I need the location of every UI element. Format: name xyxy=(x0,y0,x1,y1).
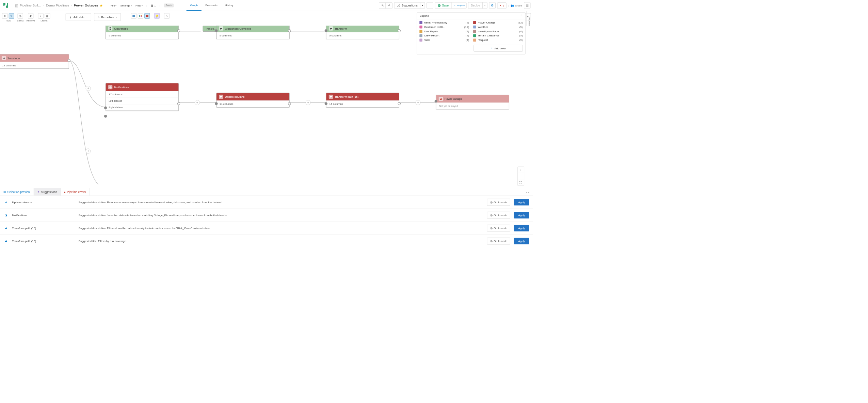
legend-item[interactable]: Line Repair(4) xyxy=(419,30,469,33)
add-data-button[interactable]: ⭳Add data▾ xyxy=(66,13,91,21)
build-count[interactable]: ▦1 xyxy=(151,4,156,7)
reusables-button[interactable]: fxReusables▾ xyxy=(94,13,121,21)
legend-item[interactable]: Task(4) xyxy=(419,38,469,42)
tab-pipeline-errors[interactable]: ●Pipeline errors xyxy=(61,188,90,196)
save-button[interactable]: Save xyxy=(435,2,451,9)
apply-button[interactable]: Apply xyxy=(514,225,529,231)
target-icon: ◎ xyxy=(490,214,493,217)
error-count[interactable]: ✕1 xyxy=(497,2,507,9)
lightbulb-icon[interactable]: 💡 xyxy=(154,13,160,19)
node-update-columns[interactable]: ⇄Update columns 14 columns xyxy=(216,93,289,108)
tool-pointer[interactable]: ↖ xyxy=(9,13,14,19)
legend-name: Terrain Clearance xyxy=(478,34,518,37)
apply-button[interactable]: Apply xyxy=(514,238,529,244)
svg-rect-1 xyxy=(132,15,135,16)
more-button[interactable]: ⋯ xyxy=(427,2,433,9)
layout-tool-2[interactable]: ▦ xyxy=(45,13,50,19)
page-title: Power Outages xyxy=(74,3,98,7)
legend-count: (5) xyxy=(519,34,523,37)
color-mode-3[interactable] xyxy=(144,13,150,19)
node-subtitle: 17 columns xyxy=(106,91,179,98)
crumb-folder[interactable]: Demo Pipelines xyxy=(46,3,69,7)
power-icon: ⏻ xyxy=(439,97,443,101)
legend-count: (4) xyxy=(466,34,469,37)
tab-graph[interactable]: Graph xyxy=(187,0,202,11)
legend-item[interactable]: Customer Notifi…(11) xyxy=(419,25,469,28)
legend-count: (4) xyxy=(466,38,469,42)
menu-settings[interactable]: Settings xyxy=(120,4,132,7)
legend-item[interactable]: Aerial Photography(8) xyxy=(419,21,469,24)
apply-button[interactable]: Apply xyxy=(514,212,529,219)
legend-item[interactable]: Crew Report(4) xyxy=(419,34,469,37)
zoom-fit-button[interactable]: ⛶ xyxy=(518,179,524,186)
tab-selection-preview[interactable]: ▤Selection preview xyxy=(0,188,34,196)
edit-icon[interactable]: ✎ xyxy=(164,13,170,19)
add-color-button[interactable]: ＋Add color xyxy=(473,45,523,52)
select-tool[interactable]: ◎ xyxy=(18,13,23,19)
legend-item[interactable]: Terrain Clearance(5) xyxy=(473,34,523,37)
crumb-root[interactable]: Pipeline Buil… xyxy=(20,3,42,7)
suggestions-button[interactable]: ⎇Suggestions xyxy=(394,2,420,9)
propose-button[interactable]: ⎇Propose xyxy=(451,2,467,9)
legend-panel: Legend ⌃ Aerial Photography(8)Power Outa… xyxy=(417,12,525,54)
color-mode-1[interactable] xyxy=(131,13,136,19)
chevron-up-icon[interactable]: ⌃ xyxy=(520,14,523,17)
go-to-node-button[interactable]: ◎Go to node xyxy=(487,212,510,219)
collapse-panel-icon[interactable]: ⌄⌄ xyxy=(523,189,533,195)
node-clearances-complete[interactable]: ⇄Clearances Complete 5 columns xyxy=(216,26,289,39)
deploy-chevron[interactable]: ▾ xyxy=(483,2,487,9)
remove-tool[interactable]: ◐ xyxy=(28,13,33,19)
add-node-icon[interactable]: ＋ xyxy=(86,86,91,91)
node-notifications[interactable]: ◑Notifications 17 columns Left dataset R… xyxy=(106,83,179,111)
error-x-icon: ✕ xyxy=(499,4,502,7)
panel-toggle-icon[interactable]: ☰ xyxy=(524,2,530,9)
legend-name: Crew Report xyxy=(424,34,464,37)
add-node-icon[interactable]: ＋ xyxy=(195,100,200,105)
node-transform-path[interactable]: ⇄Transform path (15) 14 columns xyxy=(326,93,399,108)
menu-help[interactable]: Help xyxy=(135,4,143,7)
legend-item[interactable]: Request(9) xyxy=(473,38,523,42)
tab-history[interactable]: History xyxy=(221,0,237,11)
cube-icon: ▦ xyxy=(151,4,153,7)
share-button[interactable]: 👥Share xyxy=(511,4,523,7)
target-icon: ◎ xyxy=(490,240,493,243)
color-swatch xyxy=(419,38,422,42)
node-clearances[interactable]: ≣Clearances 5 columns xyxy=(106,26,179,39)
add-node-icon[interactable]: ＋ xyxy=(86,149,91,154)
apply-button[interactable]: Apply xyxy=(514,199,529,206)
sliders-button[interactable]: ⚙︎ xyxy=(489,2,496,9)
node-power-outage[interactable]: ⏻Power Outage Not yet deployed xyxy=(436,95,509,109)
favorite-star-icon[interactable]: ★ xyxy=(100,3,103,7)
menu-file[interactable]: File xyxy=(111,4,116,7)
zoom-out-button[interactable]: － xyxy=(518,173,524,179)
tab-proposals[interactable]: Proposals xyxy=(202,0,221,11)
tab-suggestions[interactable]: ✦Suggestions xyxy=(34,188,61,196)
legend-count: (12) xyxy=(518,21,523,24)
legend-item[interactable]: Power Outage(12) xyxy=(473,21,523,24)
suggestion-description: Suggested title: Filters by risk coverag… xyxy=(79,240,483,243)
add-node-icon[interactable]: ＋ xyxy=(416,100,421,105)
node-subtitle: 14 columns xyxy=(0,62,69,69)
redo-button[interactable] xyxy=(386,2,392,9)
transform-icon: ⇄ xyxy=(2,56,6,60)
branch-icon: ⎇ xyxy=(453,4,455,7)
node-transform-pink[interactable]: ⇄Transform 14 columns xyxy=(0,54,69,69)
legend-item[interactable]: Investigator Page(4) xyxy=(473,30,523,33)
legend-title: Legend xyxy=(420,14,429,17)
legend-item[interactable]: Weather(5) xyxy=(473,25,523,28)
tool-pan[interactable]: ✥ xyxy=(2,13,7,19)
go-to-node-button[interactable]: ◎Go to node xyxy=(487,225,510,231)
suggestions-chevron[interactable]: ▾ xyxy=(420,2,425,9)
go-to-node-button[interactable]: ◎Go to node xyxy=(487,199,510,206)
color-mode-2[interactable] xyxy=(138,13,143,19)
layout-tool-1[interactable]: ⠿ xyxy=(38,13,43,19)
zoom-in-button[interactable]: ＋ xyxy=(518,167,524,173)
add-node-icon[interactable]: ＋ xyxy=(306,100,311,105)
color-swatch xyxy=(473,26,476,29)
deploy-button[interactable]: Deploy xyxy=(468,2,483,9)
node-transform-1[interactable]: ⇄Transform 5 columns xyxy=(326,26,399,39)
go-to-node-button[interactable]: ◎Go to node xyxy=(487,238,510,244)
node-subtitle: 5 columns xyxy=(216,32,289,39)
undo-button[interactable] xyxy=(379,2,386,9)
app-logo[interactable] xyxy=(1,1,10,10)
